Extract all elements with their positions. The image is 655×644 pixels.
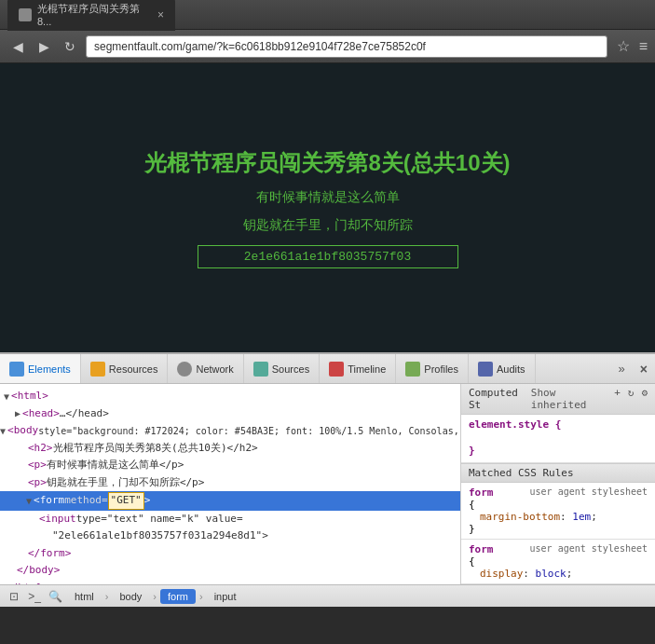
page-hint: 钥匙就在手里，门却不知所踪 [243,217,413,234]
tree-line-p2[interactable]: <p> 钥匙就在手里，门却不知所踪</p> [0,474,460,492]
devtools-tab-timeline[interactable]: Timeline [320,354,396,383]
tree-line-form[interactable]: <form method= "GET" > [0,491,460,511]
devtools-tab-profiles[interactable]: Profiles [396,354,469,383]
devtools-body: <html> <head> …</head> <body style="back… [0,384,655,584]
search-icon[interactable]: 🔍 [47,590,63,603]
breadcrumb-html[interactable]: html [67,589,102,604]
matched-rules-label: Matched CSS Rules [469,467,574,479]
sources-icon [253,362,268,377]
element-style-close: } [469,445,648,457]
refresh-styles-icon[interactable]: ↻ [628,387,635,411]
devtools-tab-sources[interactable]: Sources [244,354,320,383]
devtools-tab-network[interactable]: Network [168,354,243,383]
page-content: 光棍节程序员闯关秀第8关(总共10关) 有时候事情就是这么简单 钥匙就在手里，门… [0,63,655,352]
tree-triangle-head[interactable] [15,406,20,420]
audits-icon [478,362,493,377]
console-icon[interactable]: >_ [26,590,43,603]
css-prop-1-1: margin-bottom: 1em; [469,511,648,523]
page-title: 光棍节程序员闯关秀第8关(总共10关) [144,148,510,178]
css-prop-2-1: display: block; [469,568,648,580]
elements-panel[interactable]: <html> <head> …</head> <body style="back… [0,384,461,584]
tree-line-input-val[interactable]: "2ele661ale1bf8035757f031a294e8d1"> [0,528,460,545]
browser-tab[interactable]: 光棍节程序员闯关秀第8... × [7,0,175,31]
forward-button[interactable]: ▶ [34,36,54,57]
computed-styles-label: Computed St [469,387,531,411]
tab-favicon [19,8,32,21]
element-style-selector: element.style { [469,418,648,431]
tree-line-body-close[interactable]: </body> [0,562,460,580]
devtools-tab-elements[interactable]: Elements [0,354,81,383]
tab-close-button[interactable]: × [157,8,164,21]
settings-styles-icon[interactable]: ⚙ [641,387,648,411]
devtools-panel: Elements Resources Network Sources Timel… [0,352,655,607]
tree-line-h2[interactable]: <h2> 光棍节程序员闯关秀第8关(总共10关)</h2> [0,440,460,458]
styles-header-right: Show inherited + ↻ ⚙ [531,387,648,411]
breadcrumb-form[interactable]: form [160,589,196,604]
css-rule-1: form user agent stylesheet { margin-bott… [461,483,655,540]
devtools-toolbar: Elements Resources Network Sources Timel… [0,354,655,384]
add-style-icon[interactable]: + [614,387,621,411]
devtools-close-button[interactable]: × [633,362,655,377]
back-button[interactable]: ◀ [7,36,28,57]
audits-tab-label: Audits [497,363,525,375]
tree-triangle-body[interactable] [0,424,6,438]
form-method-highlight: "GET" [108,492,144,510]
tree-line-html[interactable]: <html> [0,388,460,405]
elements-icon [9,362,24,377]
matched-rules-header: Matched CSS Rules [461,463,655,483]
tree-line-input[interactable]: <input type="text" name="k" value= [0,511,460,528]
resources-tab-label: Resources [109,363,158,375]
styles-panel: Computed St Show inherited + ↻ ⚙ element… [461,384,655,584]
more-tabs-button[interactable]: » [611,362,633,376]
devtools-bottom-bar: ⊡ >_ 🔍 html › body › form › input [0,584,655,607]
tree-line-p1[interactable]: <p> 有时候事情就是这么简单</p> [0,457,460,474]
sources-tab-label: Sources [272,363,309,375]
timeline-icon [329,362,344,377]
profiles-icon [405,362,420,377]
css-selector-1: form [469,486,494,499]
refresh-button[interactable]: ↻ [60,36,80,57]
tree-line-head[interactable]: <head> …</head> [0,405,460,423]
styles-header: Computed St Show inherited + ↻ ⚙ [461,384,655,415]
breadcrumb-input[interactable]: input [207,589,244,604]
inspect-icon[interactable]: ⊡ [6,590,22,603]
network-icon [177,362,192,377]
css-source-2: user agent stylesheet [530,543,648,554]
show-inherited-label[interactable]: Show inherited [531,387,607,411]
profiles-tab-label: Profiles [424,363,458,375]
tree-triangle-form[interactable] [26,494,32,508]
breadcrumb-body[interactable]: body [112,589,149,604]
network-tab-label: Network [196,363,233,375]
element-style-block: element.style { } [461,415,655,463]
bookmark-icon[interactable]: ☆ [617,37,630,55]
tree-triangle-html[interactable] [4,390,9,404]
devtools-tab-audits[interactable]: Audits [469,354,536,383]
tree-line-body[interactable]: <body style="background: #172024; color:… [0,422,460,440]
page-subtitle: 有时候事情就是这么简单 [256,189,400,206]
page-input[interactable] [198,245,458,268]
resources-icon [90,362,105,377]
tab-title: 光棍节程序员闯关秀第8... [37,2,148,27]
css-selector-2: form [469,543,494,555]
menu-icon[interactable]: ≡ [639,38,648,55]
browser-controls: ◀ ▶ ↻ ☆ ≡ [0,30,655,63]
css-rule-2: form user agent stylesheet { display: bl… [461,540,655,584]
css-source-1: user agent stylesheet [530,486,648,497]
address-bar[interactable] [86,35,607,58]
browser-titlebar: 光棍节程序员闯关秀第8... × [0,0,655,30]
elements-tab-label: Elements [28,363,71,375]
devtools-tab-resources[interactable]: Resources [81,354,169,383]
tree-line-form-close[interactable]: </form> [0,545,460,563]
timeline-tab-label: Timeline [348,363,386,375]
